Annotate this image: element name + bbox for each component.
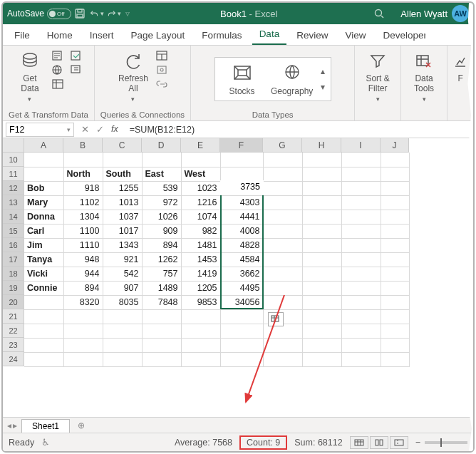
col-header[interactable]: J [381, 138, 409, 153]
status-sum: Sum: 68112 [294, 438, 342, 448]
geography-type[interactable]: Geography [268, 62, 316, 96]
quick-analysis-icon[interactable] [268, 312, 284, 326]
recent-sources-icon[interactable] [70, 50, 84, 61]
col-header[interactable]: F [220, 138, 263, 153]
row-header[interactable]: 13 [3, 195, 24, 210]
row-header[interactable]: 21 [3, 309, 24, 324]
avatar[interactable]: AW [452, 5, 469, 22]
geography-icon [281, 62, 303, 83]
stocks-type[interactable]: Stocks [218, 62, 267, 96]
view-page-break-icon[interactable] [390, 436, 408, 449]
group-queries: Queries & Connections [100, 109, 185, 119]
row-header[interactable]: 12 [3, 181, 24, 195]
save-icon[interactable] [73, 6, 87, 21]
row-header[interactable]: 20 [3, 295, 24, 309]
edit-links-icon[interactable] [155, 78, 170, 90]
row-header[interactable]: 16 [3, 238, 24, 252]
autosave-toggle[interactable]: AutoSave Off [7, 9, 71, 19]
data-types-more[interactable]: ▴▾ [318, 66, 328, 92]
tab-insert[interactable]: Insert [83, 27, 121, 45]
svg-rect-9 [71, 66, 80, 73]
undo-icon[interactable]: ▾ [90, 6, 104, 21]
svg-rect-20 [380, 440, 383, 445]
get-data-button[interactable]: Get Data▾ [13, 48, 47, 104]
window-title: Book1 - Excel [133, 9, 365, 19]
svg-point-4 [24, 53, 36, 59]
data-tools-button[interactable]: Data Tools▾ [407, 48, 441, 104]
properties-icon[interactable] [155, 64, 170, 76]
refresh-all-button[interactable]: Refresh All▾ [115, 48, 151, 104]
search-icon[interactable] [372, 6, 386, 21]
svg-rect-8 [71, 51, 80, 60]
fx-icon[interactable]: fx [111, 124, 118, 135]
formula-input[interactable]: =SUM(B12:E12) [125, 125, 473, 135]
svg-rect-19 [376, 440, 378, 445]
zoom-slider[interactable]: − [415, 438, 467, 448]
existing-connections-icon[interactable] [70, 64, 84, 76]
tab-file[interactable]: File [7, 27, 37, 45]
from-text-icon[interactable] [51, 50, 66, 61]
status-bar: Ready ♿︎ Average: 7568 Count: 9 Sum: 681… [3, 433, 473, 451]
select-all-corner[interactable] [3, 138, 24, 153]
row-header[interactable]: 23 [3, 338, 24, 352]
tab-formulas[interactable]: Formulas [195, 27, 249, 45]
col-header[interactable]: E [181, 138, 220, 153]
row-header[interactable]: 24 [3, 352, 24, 366]
accessibility-icon[interactable]: ♿︎ [41, 437, 50, 448]
row-header[interactable]: 10 [3, 153, 24, 167]
from-table-icon[interactable] [51, 78, 66, 90]
refresh-icon [122, 50, 145, 73]
tab-view[interactable]: View [338, 27, 373, 45]
data-types-gallery[interactable]: Stocks Geography ▴▾ [214, 57, 331, 101]
name-box[interactable]: F12▾ [6, 123, 74, 137]
title-bar: AutoSave Off ▾ ▾ ▿ Book1 - Excel Allen W… [3, 3, 473, 24]
enter-icon[interactable]: ✓ [96, 124, 104, 135]
sheet-tab-bar: ◂▸ Sheet1 ⊕ [3, 417, 473, 433]
row-header[interactable]: 15 [3, 224, 24, 238]
worksheet-grid[interactable]: 10 11 12 13 14 15 16 17 18 19 20 21 22 2… [3, 138, 473, 417]
user-name[interactable]: Allen Wyatt [400, 9, 447, 19]
tab-developer[interactable]: Developer [376, 27, 425, 45]
tab-home[interactable]: Home [40, 27, 80, 45]
tab-page-layout[interactable]: Page Layout [124, 27, 192, 45]
add-sheet-icon[interactable]: ⊕ [74, 418, 88, 433]
sheet-nav-next-icon[interactable]: ▸ [13, 421, 17, 430]
status-average: Average: 7568 [175, 438, 232, 448]
cells[interactable]: NorthSouthEastWest Bob918125553910233735… [24, 153, 410, 367]
sort-filter-button[interactable]: Sort & Filter▾ [361, 48, 395, 104]
ribbon-tabs: File Home Insert Page Layout Formulas Da… [3, 24, 473, 46]
sheet-tab[interactable]: Sheet1 [21, 419, 70, 433]
row-header[interactable]: 22 [3, 324, 24, 338]
redo-icon[interactable]: ▾ [107, 6, 121, 21]
tab-review[interactable]: Review [289, 27, 335, 45]
sheet-nav-prev-icon[interactable]: ◂ [7, 421, 11, 430]
group-data-types: Data Types [252, 109, 294, 119]
svg-rect-21 [395, 440, 403, 445]
queries-icon[interactable] [155, 50, 170, 61]
svg-point-12 [160, 68, 163, 71]
col-header[interactable]: G [263, 138, 302, 153]
zoom-out-icon[interactable]: − [415, 438, 420, 448]
col-header[interactable]: I [341, 138, 381, 153]
row-header[interactable]: 19 [3, 281, 24, 295]
view-page-layout-icon[interactable] [370, 436, 388, 449]
view-normal-icon[interactable] [350, 436, 368, 449]
qat-dropdown-icon[interactable]: ▿ [125, 9, 130, 19]
col-header[interactable]: A [24, 138, 63, 153]
group-get-transform: Get & Transform Data [9, 109, 88, 119]
tab-data[interactable]: Data [252, 26, 287, 45]
svg-rect-7 [53, 80, 63, 88]
col-header[interactable]: D [142, 138, 181, 153]
col-header[interactable]: H [302, 138, 341, 153]
filter-icon [366, 50, 389, 73]
autosave-pill[interactable]: Off [47, 9, 71, 19]
col-header[interactable]: C [103, 138, 142, 153]
from-web-icon[interactable] [51, 64, 66, 76]
row-header[interactable]: 14 [3, 210, 24, 224]
row-header[interactable]: 18 [3, 267, 24, 281]
col-header[interactable]: B [63, 138, 103, 153]
row-header[interactable]: 17 [3, 252, 24, 267]
svg-point-3 [376, 10, 382, 16]
cancel-icon[interactable]: ✕ [81, 124, 89, 135]
row-header[interactable]: 11 [3, 167, 24, 181]
